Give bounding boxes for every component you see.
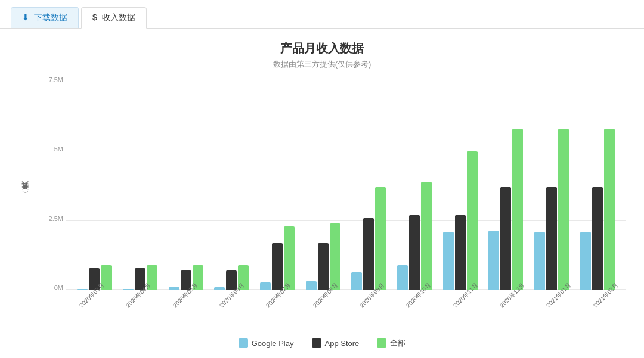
y-axis-tick-label: 5M — [35, 145, 63, 152]
bar-group — [300, 82, 346, 290]
tab-revenue-label: 收入数据 — [102, 13, 135, 22]
bar-group — [255, 82, 301, 290]
bar-group — [346, 82, 392, 290]
bar — [260, 282, 271, 290]
bar — [397, 265, 408, 290]
bar — [351, 272, 362, 290]
bar — [580, 232, 591, 290]
y-axis-tick-label: 2.5M — [35, 215, 63, 222]
bars-area — [66, 82, 626, 290]
bar — [534, 232, 545, 290]
bar — [306, 281, 317, 290]
dollar-icon: $ — [92, 13, 97, 22]
bar-group — [529, 82, 575, 290]
bar — [443, 232, 454, 290]
chart-inner: 7.5M5M2.5M0M 2020年03月2020年04月2020年05月202… — [36, 82, 626, 308]
legend: Google PlayApp Store全部 — [18, 338, 626, 348]
y-axis-label: 月收入（美元） — [18, 82, 36, 308]
legend-color-appstore — [312, 338, 321, 348]
chart-title: 产品月收入数据 — [18, 41, 626, 57]
bar — [604, 129, 615, 290]
bar-group — [574, 82, 620, 290]
bar-group — [72, 82, 117, 290]
bar — [272, 243, 283, 290]
bar — [546, 187, 557, 290]
bar — [363, 218, 374, 290]
bar-group — [163, 82, 209, 290]
legend-item-all: 全部 — [377, 338, 405, 348]
bar — [558, 129, 569, 290]
bar-group — [209, 82, 255, 290]
chart-area: 月收入（美元） 7.5M5M2.5M0M 2020年03月2020年04月202… — [18, 82, 626, 308]
tab-download-label: 下载数据 — [34, 13, 67, 22]
bar-group — [437, 82, 483, 290]
bar — [488, 231, 499, 290]
y-axis-tick-label: 0M — [35, 284, 63, 291]
legend-color-all — [377, 338, 386, 348]
bar-group — [483, 82, 529, 290]
tab-revenue[interactable]: $ 收入数据 — [81, 7, 147, 29]
tab-download[interactable]: ⬇ 下载数据 — [11, 7, 79, 28]
bar — [318, 243, 329, 290]
tab-bar: ⬇ 下载数据 $ 收入数据 — [0, 0, 644, 29]
legend-item-appstore: App Store — [312, 338, 360, 348]
bar — [467, 151, 478, 290]
bar — [592, 187, 603, 290]
bar — [375, 187, 386, 290]
bar-group — [392, 82, 438, 290]
bar — [500, 187, 511, 290]
bar — [455, 215, 466, 290]
legend-label-appstore: App Store — [325, 339, 360, 348]
x-axis: 2020年03月2020年04月2020年05月2020年06月2020年07月… — [66, 290, 626, 308]
legend-item-google: Google Play — [239, 338, 294, 348]
bar — [409, 215, 420, 290]
download-icon: ⬇ — [22, 13, 29, 22]
legend-label-google: Google Play — [252, 339, 294, 348]
chart-container: 产品月收入数据 数据由第三方提供(仅供参考) 月收入（美元） 7.5M5M2.5… — [0, 29, 644, 354]
legend-label-all: 全部 — [390, 338, 405, 348]
y-axis-tick-label: 7.5M — [35, 76, 63, 83]
bar — [512, 129, 523, 290]
bar — [421, 182, 432, 290]
legend-color-google — [239, 338, 248, 348]
bar-group — [117, 82, 163, 290]
chart-subtitle: 数据由第三方提供(仅供参考) — [18, 59, 626, 70]
